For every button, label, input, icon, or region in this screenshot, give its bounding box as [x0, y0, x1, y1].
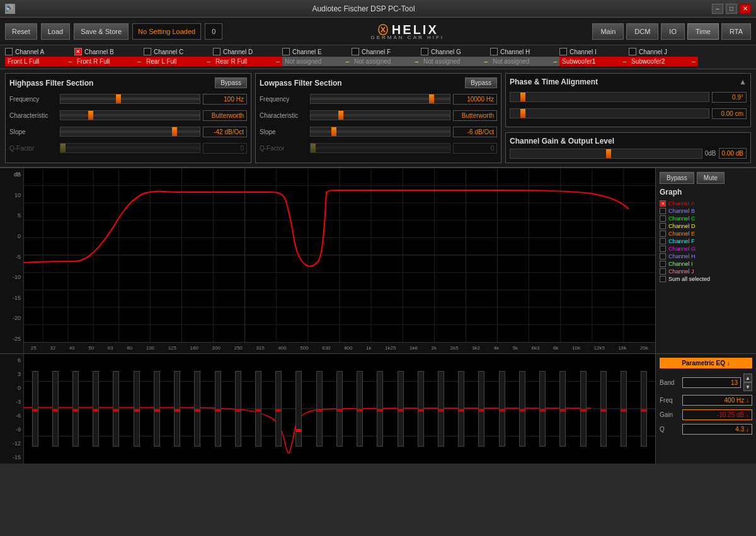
channel-item-e[interactable]: Channel ENot assigned– — [282, 48, 352, 66]
eq-band-slider[interactable] — [600, 371, 607, 447]
eq-band-col[interactable] — [309, 355, 329, 462]
close-button[interactable]: ✕ — [740, 4, 751, 14]
eq-band-slider[interactable] — [113, 371, 119, 447]
hp-char-slider[interactable] — [60, 110, 200, 120]
lp-char-slider[interactable] — [310, 110, 450, 120]
eq-band-slider[interactable] — [336, 371, 343, 447]
channel-value-c[interactable]: Rear L Full– — [144, 57, 213, 66]
eq-band-col[interactable] — [391, 355, 410, 462]
eq-band-col[interactable] — [127, 355, 146, 462]
eq-band-slider[interactable] — [519, 371, 525, 447]
channel-checkbox-f[interactable] — [352, 48, 359, 55]
eq-band-slider[interactable] — [32, 371, 38, 447]
nav-rta-button[interactable]: RTA — [721, 23, 751, 40]
channel-item-b[interactable]: ✕Channel BFront R Full– — [74, 48, 144, 66]
eq-band-slider[interactable] — [255, 371, 261, 447]
eq-band-col[interactable] — [269, 355, 289, 462]
save-button[interactable]: Save & Store — [74, 23, 129, 40]
eq-band-slider[interactable] — [418, 371, 424, 447]
channel-value-e[interactable]: Not assigned– — [282, 57, 352, 66]
eq-band-col[interactable] — [593, 355, 613, 462]
eq-band-col[interactable] — [208, 355, 227, 462]
channel-value-d[interactable]: Rear R Full– — [213, 57, 282, 66]
nav-dcm-button[interactable]: DCM — [626, 23, 658, 40]
graph-channel-8[interactable]: Channel I — [660, 261, 752, 267]
channel-checkbox-c[interactable] — [144, 48, 151, 55]
graph-channel-5[interactable]: Channel F — [660, 238, 752, 244]
eq-band-col[interactable] — [147, 355, 166, 462]
eq-band-slider[interactable] — [72, 371, 79, 447]
eq-band-col[interactable] — [431, 355, 450, 462]
channel-item-g[interactable]: Channel GNot assigned– — [421, 48, 490, 66]
eq-band-slider[interactable] — [438, 371, 444, 447]
graph-channel-checkbox[interactable] — [660, 231, 666, 237]
channel-item-h[interactable]: Channel HNot assigned– — [490, 48, 559, 66]
eq-band-col[interactable] — [472, 355, 491, 462]
gain-slider[interactable] — [510, 149, 702, 159]
eq-band-col[interactable] — [66, 355, 85, 462]
graph-channel-checkbox[interactable] — [660, 238, 666, 244]
channel-checkbox-d[interactable] — [213, 48, 220, 55]
eq-band-slider[interactable] — [539, 371, 546, 447]
graph-channel-0[interactable]: ✕Channel A — [660, 200, 752, 207]
eq-band-slider[interactable] — [357, 371, 363, 447]
eq-band-slider[interactable] — [621, 371, 627, 447]
hp-qfactor-slider[interactable] — [60, 143, 200, 153]
eq-band-col[interactable] — [512, 355, 532, 462]
lp-slope-slider[interactable] — [310, 127, 450, 137]
eq-band-col[interactable] — [452, 355, 471, 462]
band-down-button[interactable]: ▼ — [743, 382, 752, 391]
graph-channel-checkbox[interactable] — [660, 253, 666, 259]
eq-band-col[interactable] — [25, 355, 45, 462]
eq-band-col[interactable] — [329, 355, 349, 462]
graph-channel-6[interactable]: Channel G — [660, 246, 752, 252]
eq-band-slider[interactable] — [194, 371, 200, 447]
graph-channel-7[interactable]: Channel H — [660, 253, 752, 259]
eq-band-col[interactable] — [86, 355, 106, 462]
eq-band-slider[interactable] — [478, 371, 484, 447]
channel-checkbox-e[interactable] — [282, 48, 290, 55]
graph-channel-checkbox[interactable]: ✕ — [660, 200, 666, 207]
channel-checkbox-h[interactable] — [490, 48, 498, 55]
nav-main-button[interactable]: Main — [592, 23, 624, 40]
eq-type-button[interactable]: Parametric EQ ↓ — [660, 358, 752, 368]
hp-slope-slider[interactable] — [60, 127, 200, 137]
distance-slider[interactable] — [510, 108, 709, 118]
minimize-button[interactable]: – — [712, 4, 723, 14]
channel-checkbox-j[interactable] — [629, 48, 636, 55]
eq-band-col[interactable] — [248, 355, 268, 462]
eq-band-slider[interactable] — [295, 371, 302, 447]
graph-channel-checkbox[interactable] — [660, 261, 666, 267]
eq-band-col[interactable] — [573, 355, 593, 462]
channel-value-a[interactable]: Front L Full– — [5, 57, 74, 66]
channel-item-i[interactable]: Channel ISubwoofer1– — [559, 48, 629, 66]
eq-band-slider[interactable] — [174, 371, 180, 447]
eq-band-col[interactable] — [553, 355, 573, 462]
graph-channel-10[interactable]: Sum all selected — [660, 276, 752, 282]
phase-slider[interactable] — [510, 92, 709, 102]
load-button[interactable]: Load — [41, 23, 70, 40]
graph-mute-button[interactable]: Mute — [697, 172, 724, 184]
eq-band-slider[interactable] — [398, 371, 404, 447]
eq-band-col[interactable] — [634, 355, 654, 462]
graph-channel-checkbox[interactable] — [660, 246, 666, 252]
eq-band-slider[interactable] — [93, 371, 99, 447]
eq-band-col[interactable] — [168, 355, 187, 462]
channel-checkbox-i[interactable] — [559, 48, 567, 55]
eq-band-col[interactable] — [350, 355, 370, 462]
eq-band-slider[interactable] — [580, 371, 587, 447]
graph-channel-checkbox[interactable] — [660, 208, 666, 214]
eq-band-slider[interactable] — [499, 371, 505, 447]
channel-value-i[interactable]: Subwoofer1– — [559, 57, 629, 66]
channel-checkbox-a[interactable] — [5, 48, 13, 55]
graph-channel-2[interactable]: Channel C — [660, 215, 752, 222]
eq-band-slider[interactable] — [275, 371, 282, 447]
lp-qfactor-slider[interactable] — [310, 143, 450, 153]
graph-channel-checkbox[interactable] — [660, 268, 666, 275]
graph-channel-checkbox[interactable] — [660, 215, 666, 222]
eq-band-col[interactable] — [228, 355, 248, 462]
graph-channel-checkbox[interactable] — [660, 223, 666, 229]
channel-value-g[interactable]: Not assigned– — [421, 57, 490, 66]
channel-value-f[interactable]: Not assigned– — [352, 57, 421, 66]
channel-checkbox-b[interactable]: ✕ — [74, 48, 82, 55]
